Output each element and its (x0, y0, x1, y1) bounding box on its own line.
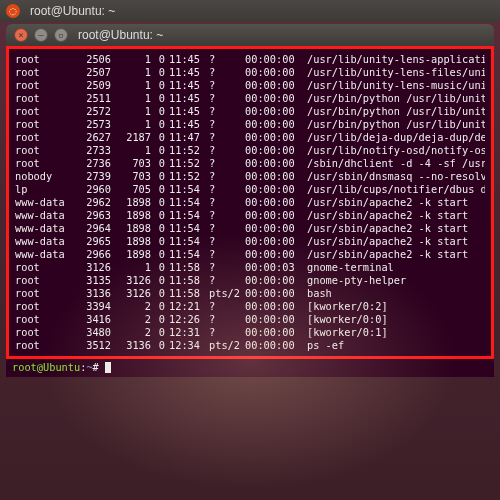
col-time: 00:00:03 (245, 261, 307, 274)
minimize-icon[interactable]: – (34, 28, 48, 42)
col-cmd: /usr/sbin/apache2 -k start (307, 209, 485, 222)
col-pid: 3126 (75, 261, 115, 274)
col-pid: 3512 (75, 339, 115, 352)
prompt[interactable]: root@Ubuntu:~# (6, 361, 494, 377)
col-user: root (15, 326, 75, 339)
col-cmd: gnome-pty-helper (307, 274, 485, 287)
col-cmd: /usr/bin/python /usr/lib/unity-l (307, 92, 485, 105)
process-row: lp2960705011:54?00:00:00/usr/lib/cups/no… (15, 183, 485, 196)
col-time: 00:00:00 (245, 235, 307, 248)
col-user: www-data (15, 248, 75, 261)
col-c: 0 (155, 209, 169, 222)
col-tty: ? (209, 300, 245, 313)
col-stime: 11:54 (169, 222, 209, 235)
col-tty: pts/2 (209, 339, 245, 352)
process-row: root25061011:45?00:00:00/usr/lib/unity-l… (15, 53, 485, 66)
highlight-box: root25061011:45?00:00:00/usr/lib/unity-l… (6, 46, 494, 359)
col-user: root (15, 118, 75, 131)
col-stime: 11:54 (169, 183, 209, 196)
col-tty: pts/2 (209, 287, 245, 300)
col-pid: 2739 (75, 170, 115, 183)
terminal[interactable]: root25061011:45?00:00:00/usr/lib/unity-l… (6, 46, 494, 377)
col-user: root (15, 261, 75, 274)
col-time: 00:00:00 (245, 196, 307, 209)
col-tty: ? (209, 261, 245, 274)
process-row: root34162012:26?00:00:00[kworker/0:0] (15, 313, 485, 326)
process-row: root35123136012:34pts/200:00:00ps -ef (15, 339, 485, 352)
col-ppid: 2 (115, 313, 155, 326)
col-cmd: /usr/lib/cups/notifier/dbus dbus (307, 183, 485, 196)
col-c: 0 (155, 118, 169, 131)
col-c: 0 (155, 183, 169, 196)
col-time: 00:00:00 (245, 300, 307, 313)
col-user: root (15, 92, 75, 105)
col-time: 00:00:00 (245, 118, 307, 131)
topbar-title: root@Ubuntu: ~ (30, 4, 115, 18)
col-ppid: 1898 (115, 222, 155, 235)
desktop-topbar: ◌ root@Ubuntu: ~ (0, 0, 500, 22)
window-titlebar[interactable]: × – ▫ root@Ubuntu: ~ (6, 24, 494, 46)
col-user: root (15, 287, 75, 300)
col-pid: 2733 (75, 144, 115, 157)
col-cmd: [kworker/0:0] (307, 313, 485, 326)
col-ppid: 1898 (115, 235, 155, 248)
col-time: 00:00:00 (245, 248, 307, 261)
col-stime: 11:58 (169, 287, 209, 300)
col-stime: 11:52 (169, 144, 209, 157)
col-user: root (15, 300, 75, 313)
col-stime: 11:54 (169, 235, 209, 248)
ps-output: root25061011:45?00:00:00/usr/lib/unity-l… (11, 51, 489, 354)
col-cmd: gnome-terminal (307, 261, 485, 274)
col-user: root (15, 274, 75, 287)
col-cmd: /usr/sbin/apache2 -k start (307, 248, 485, 261)
maximize-icon[interactable]: ▫ (54, 28, 68, 42)
col-pid: 2963 (75, 209, 115, 222)
col-c: 0 (155, 105, 169, 118)
col-c: 0 (155, 144, 169, 157)
window-title: root@Ubuntu: ~ (78, 28, 163, 42)
col-ppid: 1 (115, 144, 155, 157)
process-row: root25721011:45?00:00:00/usr/bin/python … (15, 105, 485, 118)
col-tty: ? (209, 313, 245, 326)
col-c: 0 (155, 274, 169, 287)
col-cmd: bash (307, 287, 485, 300)
col-ppid: 2 (115, 300, 155, 313)
col-time: 00:00:00 (245, 274, 307, 287)
col-tty: ? (209, 92, 245, 105)
col-user: root (15, 157, 75, 170)
col-tty: ? (209, 196, 245, 209)
col-stime: 11:45 (169, 105, 209, 118)
col-stime: 11:45 (169, 66, 209, 79)
col-c: 0 (155, 131, 169, 144)
col-ppid: 1 (115, 118, 155, 131)
col-tty: ? (209, 209, 245, 222)
process-row: www-data29651898011:54?00:00:00/usr/sbin… (15, 235, 485, 248)
col-time: 00:00:00 (245, 79, 307, 92)
process-row: nobody2739703011:52?00:00:00/usr/sbin/dn… (15, 170, 485, 183)
col-stime: 11:52 (169, 170, 209, 183)
col-cmd: [kworker/0:2] (307, 300, 485, 313)
col-tty: ? (209, 274, 245, 287)
col-stime: 11:54 (169, 209, 209, 222)
col-c: 0 (155, 92, 169, 105)
process-row: root26272187011:47?00:00:00/usr/lib/deja… (15, 131, 485, 144)
col-c: 0 (155, 157, 169, 170)
col-time: 00:00:00 (245, 53, 307, 66)
col-user: root (15, 105, 75, 118)
col-c: 0 (155, 79, 169, 92)
col-time: 00:00:00 (245, 313, 307, 326)
col-stime: 11:52 (169, 157, 209, 170)
col-time: 00:00:00 (245, 144, 307, 157)
col-stime: 11:47 (169, 131, 209, 144)
close-icon[interactable]: × (14, 28, 28, 42)
col-c: 0 (155, 222, 169, 235)
col-stime: 11:58 (169, 274, 209, 287)
col-cmd: ps -ef (307, 339, 485, 352)
col-cmd: /usr/lib/unity-lens-applications (307, 53, 485, 66)
col-stime: 11:58 (169, 261, 209, 274)
col-cmd: /usr/lib/deja-dup/deja-dup/deja- (307, 131, 485, 144)
col-pid: 3416 (75, 313, 115, 326)
col-time: 00:00:00 (245, 92, 307, 105)
col-tty: ? (209, 66, 245, 79)
col-cmd: /usr/bin/python /usr/lib/unity-s (307, 118, 485, 131)
